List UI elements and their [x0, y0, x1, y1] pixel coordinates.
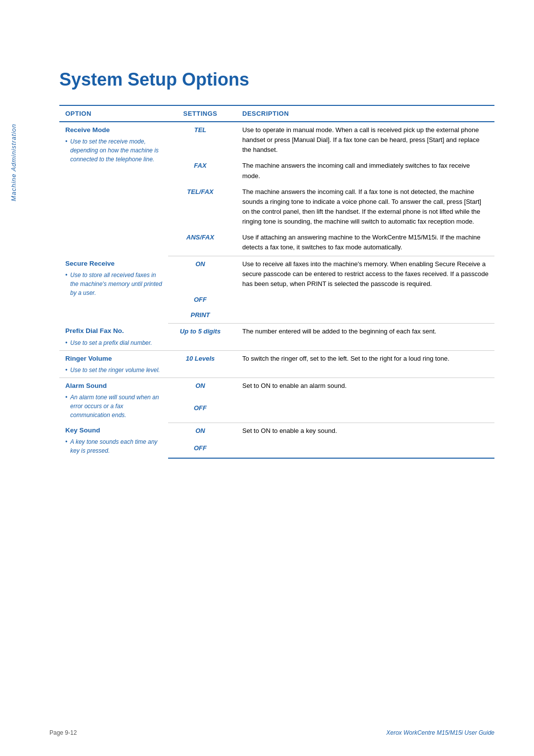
setting-value: ON: [195, 427, 205, 434]
description-text: To switch the ringer off, set to the lef…: [242, 354, 489, 364]
option-name: Alarm Sound: [65, 381, 162, 391]
setting-cell: TEL: [168, 122, 232, 158]
description-text: Use if attaching an answering machine to…: [242, 233, 489, 252]
description-cell: To switch the ringer off, set to the lef…: [232, 350, 494, 378]
description-cell: The machine answers the incoming call an…: [232, 158, 494, 184]
option-name: Ringer Volume: [65, 354, 162, 364]
page-footer: Page 9-12 Xerox WorkCentre M15/M15i User…: [49, 729, 494, 736]
option-cell: Secure ReceiveUse to store all received …: [59, 256, 168, 323]
setting-cell: FAX: [168, 158, 232, 184]
setting-value: OFF: [194, 296, 207, 303]
setting-cell: TEL/FAX: [168, 184, 232, 230]
setting-cell: PRINT: [168, 307, 232, 323]
description-text: Use to operate in manual mode. When a ca…: [242, 125, 489, 155]
description-cell: [232, 400, 494, 423]
table-row: Key SoundA key tone sounds each time any…: [59, 423, 494, 440]
setting-cell: OFF: [168, 292, 232, 308]
page-container: Machine Administration System Setup Opti…: [0, 0, 534, 756]
option-name: Receive Mode: [65, 125, 162, 135]
option-bullet: An alarm tone will sound when an error o…: [65, 393, 162, 420]
description-cell: [232, 292, 494, 308]
table-row: Alarm SoundAn alarm tone will sound when…: [59, 378, 494, 400]
description-text: Use to receive all faxes into the machin…: [242, 259, 489, 289]
setting-cell: ON: [168, 423, 232, 440]
description-cell: Use to receive all faxes into the machin…: [232, 256, 494, 292]
header-option: OPTION: [59, 105, 168, 122]
option-cell: Key SoundA key tone sounds each time any…: [59, 423, 168, 458]
setting-value: PRINT: [191, 311, 210, 319]
description-cell: The machine answers the incoming call. I…: [232, 184, 494, 230]
option-name: Secure Receive: [65, 259, 162, 269]
options-table: OPTION SETTINGS DESCRIPTION Receive Mode…: [59, 105, 494, 459]
table-row: Ringer VolumeUse to set the ringer volum…: [59, 350, 494, 378]
setting-cell: ON: [168, 378, 232, 400]
footer-page-number: Page 9-12: [49, 729, 77, 736]
description-cell: [232, 307, 494, 323]
option-bullet: Use to store all received faxes in the m…: [65, 271, 162, 297]
setting-value: Up to 5 digits: [180, 328, 221, 335]
header-settings: SETTINGS: [168, 105, 232, 122]
setting-value: FAX: [194, 162, 206, 169]
table-row: Secure ReceiveUse to store all received …: [59, 256, 494, 292]
table-row: Receive ModeUse to set the receive mode,…: [59, 122, 494, 158]
setting-value: OFF: [194, 444, 207, 452]
option-name: Key Sound: [65, 425, 162, 435]
table-row: Prefix Dial Fax No.Use to set a prefix d…: [59, 323, 494, 350]
description-cell: Use if attaching an answering machine to…: [232, 230, 494, 256]
sidebar-label: Machine Administration: [10, 124, 17, 201]
description-cell: The number entered will be added to the …: [232, 323, 494, 350]
option-bullet: Use to set a prefix dial number.: [65, 338, 162, 347]
page-title: System Setup Options: [59, 69, 494, 90]
setting-value: 10 Levels: [186, 355, 215, 362]
header-description: DESCRIPTION: [232, 105, 494, 122]
setting-value: ANS/FAX: [186, 234, 214, 241]
description-text: The machine answers the incoming call. I…: [242, 187, 489, 227]
setting-value: TEL: [194, 126, 207, 134]
option-cell: Alarm SoundAn alarm tone will sound when…: [59, 378, 168, 423]
setting-value: ON: [195, 260, 205, 268]
footer-title: Xerox WorkCentre M15/M15i User Guide: [386, 729, 494, 736]
option-bullet: Use to set the ringer volume level.: [65, 366, 162, 375]
description-cell: [232, 440, 494, 458]
option-bullet: A key tone sounds each time any key is p…: [65, 437, 162, 455]
description-text: The machine answers the incoming call an…: [242, 161, 489, 181]
description-text: Set to ON to enable a key sound.: [242, 426, 489, 436]
description-cell: Set to ON to enable a key sound.: [232, 423, 494, 440]
setting-cell: OFF: [168, 440, 232, 458]
setting-value: TEL/FAX: [187, 188, 213, 195]
option-name: Prefix Dial Fax No.: [65, 326, 162, 336]
setting-value: OFF: [194, 404, 207, 412]
setting-cell: OFF: [168, 400, 232, 423]
setting-cell: ON: [168, 256, 232, 292]
description-cell: Set to ON to enable an alarm sound.: [232, 378, 494, 400]
option-cell: Receive ModeUse to set the receive mode,…: [59, 122, 168, 256]
option-bullet: Use to set the receive mode, depending o…: [65, 137, 162, 164]
setting-value: ON: [195, 382, 205, 389]
description-text: Set to ON to enable an alarm sound.: [242, 381, 489, 391]
setting-cell: Up to 5 digits: [168, 323, 232, 350]
description-text: The number entered will be added to the …: [242, 327, 489, 336]
option-cell: Ringer VolumeUse to set the ringer volum…: [59, 350, 168, 378]
option-cell: Prefix Dial Fax No.Use to set a prefix d…: [59, 323, 168, 350]
description-cell: Use to operate in manual mode. When a ca…: [232, 122, 494, 158]
setting-cell: ANS/FAX: [168, 230, 232, 256]
setting-cell: 10 Levels: [168, 350, 232, 378]
